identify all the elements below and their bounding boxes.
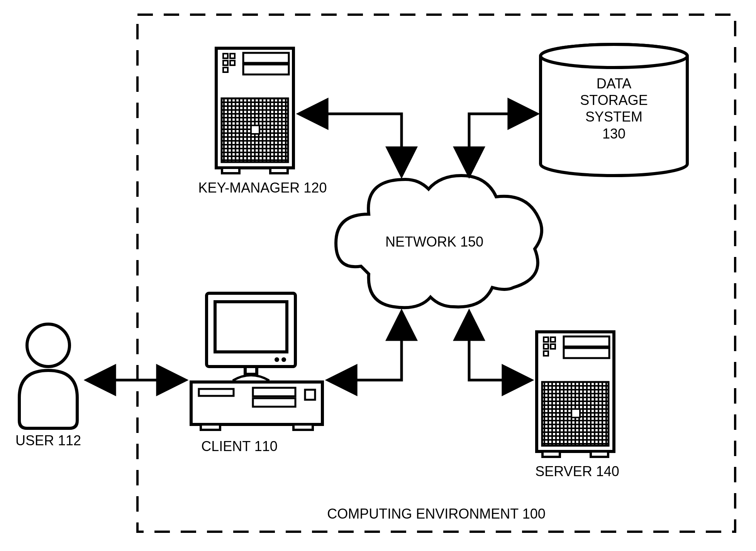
edge-client-network <box>328 312 402 380</box>
svg-rect-10 <box>253 388 295 396</box>
svg-rect-28 <box>564 336 609 346</box>
user-icon <box>19 324 77 428</box>
server-label: SERVER 140 <box>521 463 633 480</box>
svg-rect-35 <box>542 382 609 446</box>
svg-rect-33 <box>551 337 555 342</box>
svg-point-6 <box>275 357 279 362</box>
svg-rect-8 <box>191 382 322 424</box>
svg-point-2 <box>27 324 69 367</box>
svg-rect-3 <box>207 293 295 367</box>
svg-rect-36 <box>571 409 580 417</box>
svg-rect-23 <box>222 98 288 162</box>
svg-rect-14 <box>293 424 313 430</box>
key-manager-label: KEY-MANAGER 120 <box>185 179 340 196</box>
svg-rect-31 <box>544 344 548 349</box>
svg-rect-11 <box>253 398 295 407</box>
svg-rect-19 <box>223 61 228 65</box>
client-label: CLIENT 110 <box>189 438 290 455</box>
svg-rect-13 <box>201 424 220 430</box>
svg-rect-12 <box>305 390 315 400</box>
svg-rect-20 <box>223 68 228 72</box>
network-label: NETWORK 150 <box>371 233 498 250</box>
svg-rect-22 <box>230 61 235 65</box>
storage-label: DATA STORAGE SYSTEM 130 <box>541 75 687 142</box>
svg-rect-7 <box>245 367 257 374</box>
svg-rect-25 <box>222 168 239 173</box>
svg-point-40 <box>541 44 687 68</box>
edge-network-storage <box>469 114 537 176</box>
svg-point-5 <box>281 357 286 362</box>
svg-rect-15 <box>216 48 293 168</box>
svg-rect-9 <box>199 389 234 396</box>
svg-rect-16 <box>243 53 289 63</box>
svg-point-39 <box>541 44 687 68</box>
edge-keymanager-network <box>299 114 402 176</box>
user-label: USER 112 <box>8 432 89 449</box>
server-icon <box>537 332 614 457</box>
svg-rect-38 <box>591 451 608 457</box>
edge-server-network <box>469 312 531 380</box>
svg-rect-29 <box>564 348 609 358</box>
svg-rect-21 <box>230 54 235 58</box>
environment-label: COMPUTING ENVIRONMENT 100 <box>301 505 571 522</box>
svg-rect-32 <box>544 351 548 356</box>
svg-rect-37 <box>542 451 560 457</box>
svg-rect-26 <box>270 168 288 173</box>
key-manager-icon <box>216 48 293 173</box>
client-icon <box>191 293 322 430</box>
svg-rect-17 <box>243 64 289 74</box>
svg-rect-27 <box>537 332 614 451</box>
svg-rect-34 <box>551 344 555 349</box>
svg-rect-18 <box>223 54 228 58</box>
svg-rect-4 <box>215 302 287 352</box>
svg-rect-30 <box>544 337 548 342</box>
svg-rect-24 <box>251 125 259 134</box>
diagram-canvas: USER 112 CLIENT 110 KEY-MANAGER 120 SERV… <box>0 0 756 551</box>
